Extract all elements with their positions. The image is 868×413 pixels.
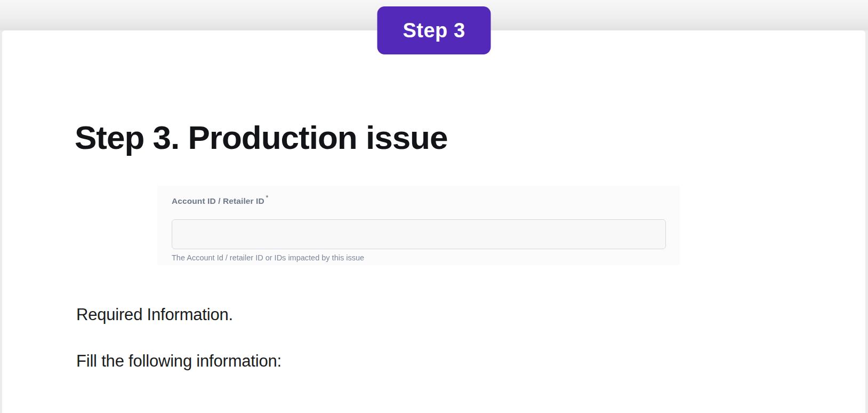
account-id-help-text: The Account Id / retailer ID or IDs impa…	[172, 253, 364, 262]
paragraph-fill-following-information: Fill the following information:	[76, 352, 282, 371]
account-id-field-label-text: Account ID / Retailer ID	[172, 196, 264, 205]
step-badge-label: Step 3	[403, 19, 465, 42]
page-title: Step 3. Production issue	[75, 118, 447, 157]
form-screenshot-image[interactable]: Account ID / Retailer ID* The Account Id…	[157, 186, 680, 265]
account-id-input	[172, 219, 666, 249]
content-card: Step 3. Production issue Account ID / Re…	[2, 30, 865, 413]
paragraph-required-information: Required Information.	[76, 305, 233, 324]
account-id-field-label: Account ID / Retailer ID*	[172, 195, 268, 206]
step-badge: Step 3	[377, 6, 491, 54]
required-asterisk: *	[266, 194, 268, 201]
